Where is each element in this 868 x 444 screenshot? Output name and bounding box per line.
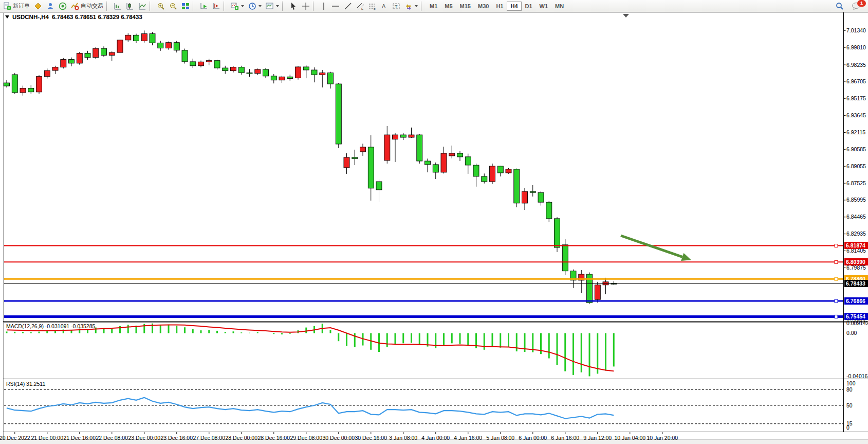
- dropdown-caret-icon: [258, 5, 262, 7]
- time-axis-label: 27 Dec 08:00: [193, 435, 225, 441]
- timeframe-button-mn[interactable]: MN: [551, 2, 567, 11]
- zoom-in-button[interactable]: [155, 2, 167, 11]
- candle-body: [141, 34, 147, 41]
- candle-body: [384, 135, 390, 161]
- candle-body: [61, 60, 66, 67]
- price-tick-label: 7.01340: [846, 27, 866, 33]
- clock-icon: [248, 2, 256, 10]
- time-axis-label: 21 Dec 16:00: [64, 435, 96, 441]
- time-axis-label: 23 Dec 00:00: [128, 435, 160, 441]
- candle-body: [20, 88, 26, 93]
- chart-canvas[interactable]: [0, 12, 868, 444]
- time-axis-label: 28 Dec 00:00: [226, 435, 257, 441]
- search-button[interactable]: [833, 1, 846, 11]
- time-axis-label: 30 Dec 16:00: [355, 435, 387, 441]
- ohlc-collapse-icon[interactable]: [5, 15, 9, 19]
- level-line-handle[interactable]: [835, 244, 838, 247]
- candle-body: [109, 52, 115, 55]
- horizontal-line-button[interactable]: [329, 2, 342, 11]
- candle-body: [449, 153, 455, 156]
- channel-button[interactable]: E: [354, 2, 366, 11]
- candle-body: [393, 135, 398, 139]
- text-label-button[interactable]: T: [390, 2, 402, 11]
- timeframe-button-h4[interactable]: H4: [507, 2, 521, 11]
- candle-body: [238, 67, 244, 73]
- timeframe-button-m30[interactable]: M30: [474, 2, 492, 11]
- chart-window[interactable]: USDCNH-,H4 6.78463 6.78651 6.78329 6.784…: [0, 12, 868, 444]
- candle-body: [28, 88, 34, 92]
- zoom-in-icon: [157, 2, 165, 10]
- candle-body: [93, 48, 99, 58]
- search-icon: [835, 2, 844, 11]
- dropdown-caret-icon: [415, 5, 418, 7]
- timeframe-button-d1[interactable]: D1: [522, 2, 536, 11]
- candle-body: [506, 169, 511, 173]
- profile-button[interactable]: [44, 2, 57, 11]
- level-line-handle[interactable]: [835, 299, 838, 303]
- signals-button[interactable]: [57, 2, 69, 11]
- timeframe-button-w1[interactable]: W1: [536, 2, 552, 11]
- candle-body: [85, 54, 90, 58]
- chart-shift-button[interactable]: [210, 2, 223, 11]
- svg-text:A: A: [382, 3, 386, 9]
- chart-shift-icon: [212, 2, 220, 10]
- line-chart-button[interactable]: [136, 2, 149, 11]
- candle-body: [198, 62, 204, 66]
- candle-body: [368, 147, 374, 188]
- time-axis-label: 6 Jan 00:00: [519, 435, 547, 441]
- trendline-button[interactable]: [342, 2, 354, 11]
- cursor-icon: [289, 2, 298, 10]
- add-indicator-button[interactable]: [229, 2, 246, 11]
- level-line-handle[interactable]: [835, 260, 838, 263]
- macd-indicator-label: MACD(12,26,9) -0.031091 -0.035285: [6, 323, 95, 329]
- candle-body: [52, 67, 58, 70]
- text-label-icon: T: [392, 2, 400, 10]
- crosshair-button[interactable]: [300, 2, 312, 11]
- text-a-icon: A: [381, 2, 388, 10]
- candlestick-button[interactable]: [124, 2, 136, 11]
- scroll-group: [198, 0, 223, 12]
- timeframe-button-h1[interactable]: H1: [492, 2, 507, 11]
- bar-chart-button[interactable]: [112, 2, 124, 11]
- notifications-button[interactable]: 1: [849, 1, 864, 11]
- candle-body: [174, 43, 179, 50]
- candle-body: [125, 35, 131, 40]
- candle-body: [425, 161, 431, 165]
- favorites-button[interactable]: [32, 2, 44, 11]
- new-order-button[interactable]: 新订单: [1, 2, 32, 11]
- tile-windows-button[interactable]: [179, 2, 192, 11]
- fibonacci-button[interactable]: F: [366, 2, 379, 11]
- svg-text:E: E: [361, 7, 363, 10]
- templates-button[interactable]: [264, 2, 281, 11]
- candle-body: [279, 77, 285, 80]
- autotrading-label: 自动交易: [81, 2, 103, 10]
- shapes-button[interactable]: [402, 2, 420, 11]
- time-axis-label: 30 Dec 00:00: [323, 435, 355, 441]
- level-line-handle[interactable]: [835, 315, 838, 318]
- timeframe-button-m15[interactable]: M15: [456, 2, 474, 11]
- time-axis-label: 22 Dec 08:00: [96, 435, 128, 441]
- trading-terminal: 新订单 自动交易: [0, 0, 868, 444]
- periods-button[interactable]: [246, 2, 264, 11]
- auto-scroll-icon: [200, 2, 208, 10]
- time-axis-label: 4 Jan 00:00: [421, 435, 450, 441]
- signal-icon: [59, 2, 67, 10]
- timeframe-group: M1M5M15M30H1H4D1W1MN: [426, 0, 567, 12]
- zoom-out-button[interactable]: [167, 2, 179, 11]
- cursor-button[interactable]: [287, 2, 300, 11]
- text-button[interactable]: A: [379, 2, 390, 11]
- price-tick-label: 6.98235: [846, 62, 866, 68]
- chart-symbol-label: USDCNH-,H4: [12, 14, 49, 20]
- vertical-line-button[interactable]: [318, 2, 329, 11]
- level-line-handle[interactable]: [835, 277, 838, 280]
- price-tick-label: 6.84465: [846, 214, 866, 220]
- auto-scroll-button[interactable]: [198, 2, 210, 11]
- timeframe-button-m1[interactable]: M1: [426, 2, 441, 11]
- trendline-icon: [344, 2, 352, 10]
- timeframe-button-m5[interactable]: M5: [441, 2, 456, 11]
- candle-body: [182, 50, 188, 62]
- new-order-label: 新订单: [13, 2, 30, 10]
- autotrading-button[interactable]: 自动交易: [69, 2, 105, 11]
- candle-body: [336, 84, 341, 144]
- price-tick-label: 6.90585: [846, 146, 866, 152]
